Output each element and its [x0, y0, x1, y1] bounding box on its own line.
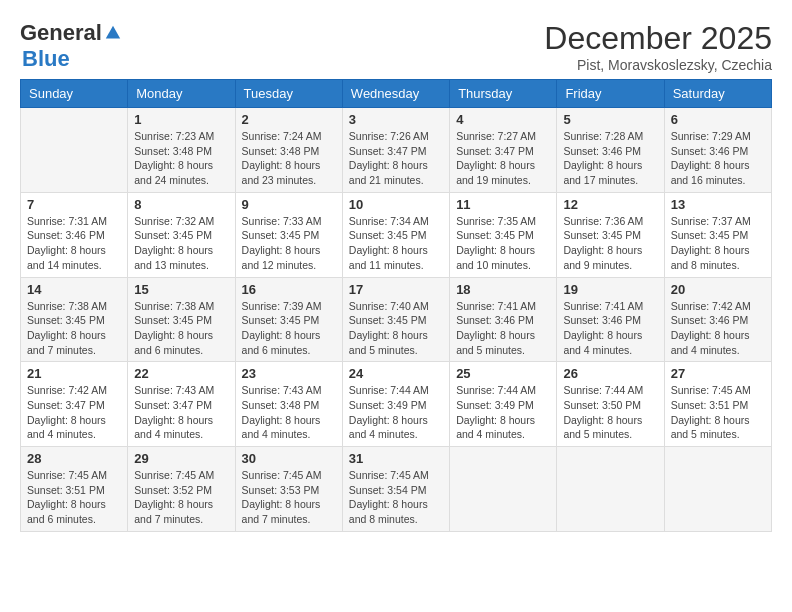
day-info: Sunrise: 7:42 AM Sunset: 3:47 PM Dayligh…: [27, 383, 121, 442]
day-number: 8: [134, 197, 228, 212]
calendar-cell: 17Sunrise: 7:40 AM Sunset: 3:45 PM Dayli…: [342, 277, 449, 362]
day-info: Sunrise: 7:45 AM Sunset: 3:54 PM Dayligh…: [349, 468, 443, 527]
day-info: Sunrise: 7:43 AM Sunset: 3:47 PM Dayligh…: [134, 383, 228, 442]
day-number: 24: [349, 366, 443, 381]
day-info: Sunrise: 7:31 AM Sunset: 3:46 PM Dayligh…: [27, 214, 121, 273]
day-number: 15: [134, 282, 228, 297]
day-info: Sunrise: 7:37 AM Sunset: 3:45 PM Dayligh…: [671, 214, 765, 273]
day-number: 26: [563, 366, 657, 381]
calendar-cell: 22Sunrise: 7:43 AM Sunset: 3:47 PM Dayli…: [128, 362, 235, 447]
day-info: Sunrise: 7:24 AM Sunset: 3:48 PM Dayligh…: [242, 129, 336, 188]
day-info: Sunrise: 7:41 AM Sunset: 3:46 PM Dayligh…: [456, 299, 550, 358]
day-number: 1: [134, 112, 228, 127]
day-number: 12: [563, 197, 657, 212]
day-header-tuesday: Tuesday: [235, 80, 342, 108]
calendar-cell: 23Sunrise: 7:43 AM Sunset: 3:48 PM Dayli…: [235, 362, 342, 447]
day-info: Sunrise: 7:38 AM Sunset: 3:45 PM Dayligh…: [27, 299, 121, 358]
day-info: Sunrise: 7:28 AM Sunset: 3:46 PM Dayligh…: [563, 129, 657, 188]
day-info: Sunrise: 7:44 AM Sunset: 3:49 PM Dayligh…: [456, 383, 550, 442]
calendar-header-row: SundayMondayTuesdayWednesdayThursdayFrid…: [21, 80, 772, 108]
location: Pist, Moravskoslezsky, Czechia: [544, 57, 772, 73]
day-info: Sunrise: 7:23 AM Sunset: 3:48 PM Dayligh…: [134, 129, 228, 188]
calendar-cell: 16Sunrise: 7:39 AM Sunset: 3:45 PM Dayli…: [235, 277, 342, 362]
logo-blue: Blue: [22, 46, 70, 71]
calendar-cell: 26Sunrise: 7:44 AM Sunset: 3:50 PM Dayli…: [557, 362, 664, 447]
day-info: Sunrise: 7:27 AM Sunset: 3:47 PM Dayligh…: [456, 129, 550, 188]
day-number: 4: [456, 112, 550, 127]
calendar-cell: 3Sunrise: 7:26 AM Sunset: 3:47 PM Daylig…: [342, 108, 449, 193]
day-number: 14: [27, 282, 121, 297]
day-info: Sunrise: 7:40 AM Sunset: 3:45 PM Dayligh…: [349, 299, 443, 358]
calendar-cell: 13Sunrise: 7:37 AM Sunset: 3:45 PM Dayli…: [664, 192, 771, 277]
calendar-cell: [450, 447, 557, 532]
calendar-cell: 29Sunrise: 7:45 AM Sunset: 3:52 PM Dayli…: [128, 447, 235, 532]
calendar-cell: [21, 108, 128, 193]
calendar-cell: 2Sunrise: 7:24 AM Sunset: 3:48 PM Daylig…: [235, 108, 342, 193]
day-number: 27: [671, 366, 765, 381]
calendar-cell: [664, 447, 771, 532]
title-area: December 2025 Pist, Moravskoslezsky, Cze…: [544, 20, 772, 73]
calendar-week-4: 21Sunrise: 7:42 AM Sunset: 3:47 PM Dayli…: [21, 362, 772, 447]
day-info: Sunrise: 7:45 AM Sunset: 3:53 PM Dayligh…: [242, 468, 336, 527]
day-info: Sunrise: 7:45 AM Sunset: 3:52 PM Dayligh…: [134, 468, 228, 527]
day-number: 22: [134, 366, 228, 381]
calendar-cell: 19Sunrise: 7:41 AM Sunset: 3:46 PM Dayli…: [557, 277, 664, 362]
logo-general: General: [20, 20, 102, 46]
day-info: Sunrise: 7:34 AM Sunset: 3:45 PM Dayligh…: [349, 214, 443, 273]
calendar-cell: 20Sunrise: 7:42 AM Sunset: 3:46 PM Dayli…: [664, 277, 771, 362]
calendar-cell: 4Sunrise: 7:27 AM Sunset: 3:47 PM Daylig…: [450, 108, 557, 193]
day-info: Sunrise: 7:44 AM Sunset: 3:49 PM Dayligh…: [349, 383, 443, 442]
logo-icon: [104, 24, 122, 42]
day-info: Sunrise: 7:45 AM Sunset: 3:51 PM Dayligh…: [27, 468, 121, 527]
day-info: Sunrise: 7:39 AM Sunset: 3:45 PM Dayligh…: [242, 299, 336, 358]
calendar-cell: 21Sunrise: 7:42 AM Sunset: 3:47 PM Dayli…: [21, 362, 128, 447]
day-info: Sunrise: 7:35 AM Sunset: 3:45 PM Dayligh…: [456, 214, 550, 273]
day-info: Sunrise: 7:26 AM Sunset: 3:47 PM Dayligh…: [349, 129, 443, 188]
calendar-cell: 30Sunrise: 7:45 AM Sunset: 3:53 PM Dayli…: [235, 447, 342, 532]
day-header-thursday: Thursday: [450, 80, 557, 108]
day-info: Sunrise: 7:41 AM Sunset: 3:46 PM Dayligh…: [563, 299, 657, 358]
day-number: 19: [563, 282, 657, 297]
day-info: Sunrise: 7:45 AM Sunset: 3:51 PM Dayligh…: [671, 383, 765, 442]
calendar-cell: 6Sunrise: 7:29 AM Sunset: 3:46 PM Daylig…: [664, 108, 771, 193]
calendar-cell: 24Sunrise: 7:44 AM Sunset: 3:49 PM Dayli…: [342, 362, 449, 447]
day-number: 20: [671, 282, 765, 297]
month-title: December 2025: [544, 20, 772, 57]
calendar-week-3: 14Sunrise: 7:38 AM Sunset: 3:45 PM Dayli…: [21, 277, 772, 362]
day-number: 28: [27, 451, 121, 466]
day-header-saturday: Saturday: [664, 80, 771, 108]
calendar-cell: 28Sunrise: 7:45 AM Sunset: 3:51 PM Dayli…: [21, 447, 128, 532]
day-info: Sunrise: 7:38 AM Sunset: 3:45 PM Dayligh…: [134, 299, 228, 358]
calendar-week-5: 28Sunrise: 7:45 AM Sunset: 3:51 PM Dayli…: [21, 447, 772, 532]
day-info: Sunrise: 7:36 AM Sunset: 3:45 PM Dayligh…: [563, 214, 657, 273]
day-number: 21: [27, 366, 121, 381]
day-header-friday: Friday: [557, 80, 664, 108]
page-header: General Blue December 2025 Pist, Moravsk…: [20, 20, 772, 73]
calendar-table: SundayMondayTuesdayWednesdayThursdayFrid…: [20, 79, 772, 532]
day-number: 9: [242, 197, 336, 212]
day-number: 23: [242, 366, 336, 381]
day-info: Sunrise: 7:29 AM Sunset: 3:46 PM Dayligh…: [671, 129, 765, 188]
day-number: 18: [456, 282, 550, 297]
calendar-cell: 31Sunrise: 7:45 AM Sunset: 3:54 PM Dayli…: [342, 447, 449, 532]
day-number: 7: [27, 197, 121, 212]
day-number: 6: [671, 112, 765, 127]
day-number: 5: [563, 112, 657, 127]
calendar-cell: 25Sunrise: 7:44 AM Sunset: 3:49 PM Dayli…: [450, 362, 557, 447]
day-number: 25: [456, 366, 550, 381]
calendar-cell: 9Sunrise: 7:33 AM Sunset: 3:45 PM Daylig…: [235, 192, 342, 277]
day-number: 2: [242, 112, 336, 127]
day-number: 16: [242, 282, 336, 297]
day-info: Sunrise: 7:44 AM Sunset: 3:50 PM Dayligh…: [563, 383, 657, 442]
calendar-cell: 12Sunrise: 7:36 AM Sunset: 3:45 PM Dayli…: [557, 192, 664, 277]
day-info: Sunrise: 7:43 AM Sunset: 3:48 PM Dayligh…: [242, 383, 336, 442]
calendar-cell: 14Sunrise: 7:38 AM Sunset: 3:45 PM Dayli…: [21, 277, 128, 362]
day-number: 31: [349, 451, 443, 466]
calendar-cell: 15Sunrise: 7:38 AM Sunset: 3:45 PM Dayli…: [128, 277, 235, 362]
calendar-cell: 11Sunrise: 7:35 AM Sunset: 3:45 PM Dayli…: [450, 192, 557, 277]
day-number: 10: [349, 197, 443, 212]
calendar-cell: 18Sunrise: 7:41 AM Sunset: 3:46 PM Dayli…: [450, 277, 557, 362]
calendar-cell: [557, 447, 664, 532]
day-number: 3: [349, 112, 443, 127]
day-number: 29: [134, 451, 228, 466]
